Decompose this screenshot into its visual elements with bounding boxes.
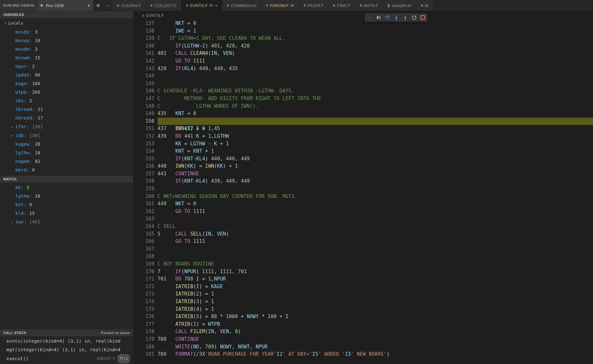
line-number[interactable]: 163: [133, 215, 154, 223]
line-number[interactable]: 175: [133, 306, 154, 313]
line-number[interactable]: 158: [133, 178, 154, 185]
line-number[interactable]: 172: [133, 283, 154, 291]
line-number[interactable]: 153: [133, 140, 154, 148]
code-editor[interactable]: 1371381391401411421431441451461471481491…: [133, 20, 593, 364]
code-line[interactable]: [157, 215, 593, 223]
line-number[interactable]: 150▷: [133, 118, 154, 125]
code-line[interactable]: IATRIB(5) = 88 * 1000 + NOWY * 100 + I: [157, 313, 593, 321]
variable-row[interactable]: knt: 0: [0, 200, 133, 209]
code-line[interactable]: DO 437 I = 1,45: [157, 118, 593, 125]
code-line[interactable]: [157, 185, 593, 193]
editor-tab[interactable]: ≡COLLECT.F: [146, 0, 181, 11]
code-line[interactable]: IATRIB(4) = 1: [157, 306, 593, 313]
variable-row[interactable]: ▸ifar: [30]: [0, 122, 133, 131]
line-number[interactable]: 168: [133, 253, 154, 260]
code-line[interactable]: 709 FORMAT(/3X'BOAR PURCHASE FOR YEAR'I2…: [157, 351, 593, 358]
code-line[interactable]: C SCHEDULE -KL4- WEANINGS WITHIN -LGTHW-…: [157, 87, 593, 95]
variables-section-header[interactable]: VARIABLES: [0, 11, 133, 18]
code-line[interactable]: C IF LGTHW=1 DAY, USE CLEAN4 TO WEAN ALL…: [157, 35, 593, 42]
code-line[interactable]: 401 CALL CLEAN4(IN, VEN): [157, 50, 593, 57]
code-line[interactable]: IWE = 1: [157, 27, 593, 35]
debug-toolbar[interactable]: ⋮⋮: [365, 13, 427, 22]
code-line[interactable]: 5 CALL SELL(IN, VEN): [157, 230, 593, 238]
variable-row[interactable]: ▸idb: [30]: [0, 131, 133, 140]
line-number[interactable]: 159: [133, 185, 154, 193]
launch-config-select[interactable]: Run GDB ▼: [38, 0, 93, 11]
line-number[interactable]: 145: [133, 80, 154, 88]
code-line[interactable]: 439 DO 441 K = 1,LGTHW: [157, 133, 593, 140]
continue-button[interactable]: [376, 15, 381, 20]
launch-settings-button[interactable]: ⚙: [93, 0, 103, 11]
variable-row[interactable]: lgthw: 18: [0, 192, 133, 200]
code-line[interactable]: 437 IWN(I) = 0: [157, 125, 593, 133]
code-line[interactable]: CALL FILEM(IN, VEN, 8): [157, 328, 593, 336]
variable-row[interactable]: ▸iwn: [45]: [0, 218, 133, 227]
code-line[interactable]: [157, 253, 593, 260]
close-icon[interactable]: ×: [215, 3, 218, 8]
line-number[interactable]: 166: [133, 238, 154, 245]
variable-row[interactable]: kage: 180: [0, 79, 133, 88]
line-number[interactable]: 162: [133, 208, 154, 215]
variable-row[interactable]: kk: 3: [0, 183, 133, 192]
code-line[interactable]: C BUY BOARS ROUTINE: [157, 260, 593, 268]
line-number[interactable]: 144: [133, 72, 154, 80]
line-number[interactable]: 143: [133, 65, 154, 73]
line-number[interactable]: 138: [133, 27, 154, 35]
code-line[interactable]: C NKT=WEANING SEASON DAY COUNTER FOR SUB…: [157, 193, 593, 200]
callstack-frame[interactable]: mgt(integer(kind=4) (3,1) in, real(kind=…: [0, 346, 133, 354]
code-line[interactable]: IF(KNT-KL4) 440, 440, 449: [157, 155, 593, 163]
line-number[interactable]: 149: [133, 110, 154, 118]
code-line[interactable]: 7 IF(NPUR) 1111, 1111, 701: [157, 268, 593, 276]
code-body[interactable]: NKT = 0 IWE = 1C IF LGTHW=1 DAY, USE CLE…: [157, 20, 593, 364]
variable-row[interactable]: mxswm: 15: [0, 54, 133, 62]
callstack-frame[interactable]: execut()EXECUT.F77:1: [0, 354, 133, 363]
code-line[interactable]: 708 CONTINUE: [157, 336, 593, 343]
variable-row[interactable]: mxsdm: 3: [0, 45, 133, 54]
line-number[interactable]: 155: [133, 155, 154, 163]
variable-row[interactable]: wtpb: 260: [0, 88, 133, 97]
line-number[interactable]: 174: [133, 298, 154, 306]
line-number[interactable]: 152: [133, 133, 154, 140]
stop-button[interactable]: [421, 15, 425, 20]
variable-row[interactable]: nagem: 82: [0, 157, 133, 166]
code-line[interactable]: 701 DO 708 I = 1,NPUR: [157, 275, 593, 283]
editor-tab[interactable]: ≡M: [416, 0, 433, 11]
line-number[interactable]: 178: [133, 328, 154, 336]
line-number[interactable]: 142: [133, 57, 154, 65]
line-number[interactable]: 148: [133, 103, 154, 110]
variable-row[interactable]: nbreed: 17: [0, 114, 133, 122]
editor-tab[interactable]: ≡FAROW.F9+: [261, 0, 299, 11]
callstack-section-header[interactable]: CALL STACK Paused on pause: [0, 329, 133, 336]
editor-tab[interactable]: ≡COMMON.inc: [222, 0, 261, 11]
editor-tab[interactable]: $compile.sh: [383, 0, 416, 11]
line-number[interactable]: 151: [133, 125, 154, 133]
editor-tab[interactable]: ≡INITN.F: [355, 0, 383, 11]
step-over-button[interactable]: [385, 15, 390, 20]
line-number[interactable]: 146: [133, 87, 154, 95]
line-number[interactable]: 180: [133, 343, 154, 351]
line-number[interactable]: 164: [133, 223, 154, 230]
locals-scope[interactable]: ▾Locals: [0, 19, 133, 28]
editor-tab[interactable]: ≡FILEM.F: [299, 0, 328, 11]
grip-icon[interactable]: ⋮⋮: [367, 16, 372, 19]
variable-row[interactable]: ibs: 2: [0, 97, 133, 105]
line-number[interactable]: 169: [133, 260, 154, 268]
variable-row[interactable]: mxsdy: 3: [0, 28, 133, 36]
code-line[interactable]: IATRIB(2) = 1: [157, 290, 593, 298]
editor-tab[interactable]: ≡CLEAN4.F: [113, 0, 146, 11]
line-number[interactable]: 140: [133, 42, 154, 50]
code-line[interactable]: IATRIB(I) = KAGE: [157, 283, 593, 291]
code-line[interactable]: C SELL: [157, 223, 593, 230]
more-actions-button[interactable]: ⋯: [103, 0, 113, 11]
line-number[interactable]: 165: [133, 230, 154, 238]
code-line[interactable]: 440 IWN(KK) = IWN(KK) + 1: [157, 163, 593, 170]
line-number[interactable]: 171: [133, 275, 154, 283]
breadcrumb[interactable]: ≡ EVNTS.F: [133, 11, 593, 20]
code-line[interactable]: GO TO 1111: [157, 238, 593, 245]
line-number[interactable]: 176: [133, 313, 154, 321]
code-line[interactable]: [157, 80, 593, 88]
code-line[interactable]: ATRIB(1) = WTPB: [157, 321, 593, 328]
code-line[interactable]: [157, 245, 593, 253]
code-line[interactable]: 441 CONTINUE: [157, 170, 593, 178]
code-line[interactable]: C LGTHW WORDS OF IWN().: [157, 103, 593, 110]
